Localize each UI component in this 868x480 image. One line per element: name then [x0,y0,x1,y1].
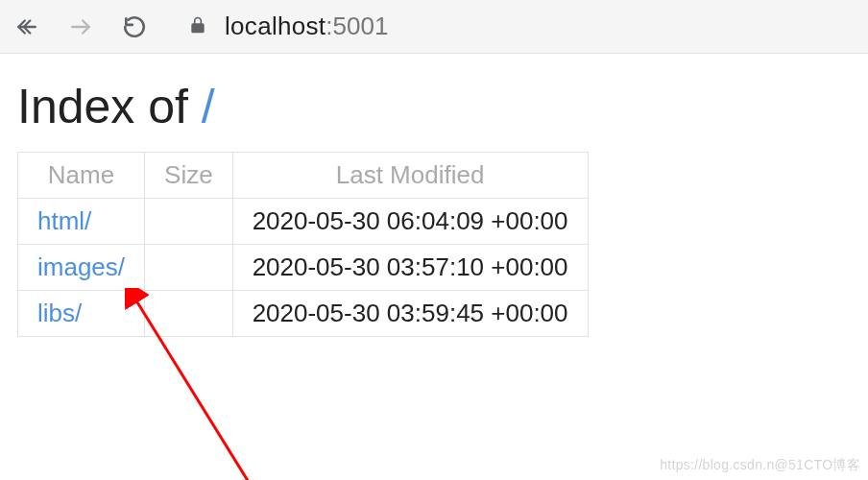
table-row: libs/ 2020-05-30 03:59:45 +00:00 [18,291,589,337]
reload-button[interactable] [119,12,150,42]
back-button[interactable] [12,12,42,42]
col-size: Size [145,153,233,199]
heading-prefix: Index of [17,80,202,133]
col-name: Name [18,153,145,199]
watermark-text: https://blog.csdn.n@51CTO博客 [660,457,860,474]
col-modified: Last Modified [232,153,588,199]
address-bar[interactable]: localhost:5001 [173,12,856,41]
browser-toolbar: localhost:5001 [0,0,868,54]
page-content: Index of / Name Size Last Modified html/… [0,54,868,362]
heading-path: / [202,80,215,133]
table-row: html/ 2020-05-30 06:04:09 +00:00 [18,199,589,245]
url-host: localhost [225,12,326,40]
table-row: images/ 2020-05-30 03:57:10 +00:00 [18,245,589,291]
size-cell [145,199,233,245]
modified-cell: 2020-05-30 03:57:10 +00:00 [232,245,588,291]
modified-cell: 2020-05-30 03:59:45 +00:00 [232,291,588,337]
size-cell [145,291,233,337]
lock-icon [188,12,207,41]
size-cell [145,245,233,291]
forward-button[interactable] [65,12,96,42]
modified-cell: 2020-05-30 06:04:09 +00:00 [232,199,588,245]
page-title: Index of / [17,79,851,134]
dir-link[interactable]: images/ [37,252,125,281]
dir-link[interactable]: libs/ [37,299,82,327]
url-text: localhost:5001 [225,12,388,41]
dir-link[interactable]: html/ [37,206,91,235]
url-port: :5001 [326,12,388,40]
directory-listing-table: Name Size Last Modified html/ 2020-05-30… [17,152,589,337]
